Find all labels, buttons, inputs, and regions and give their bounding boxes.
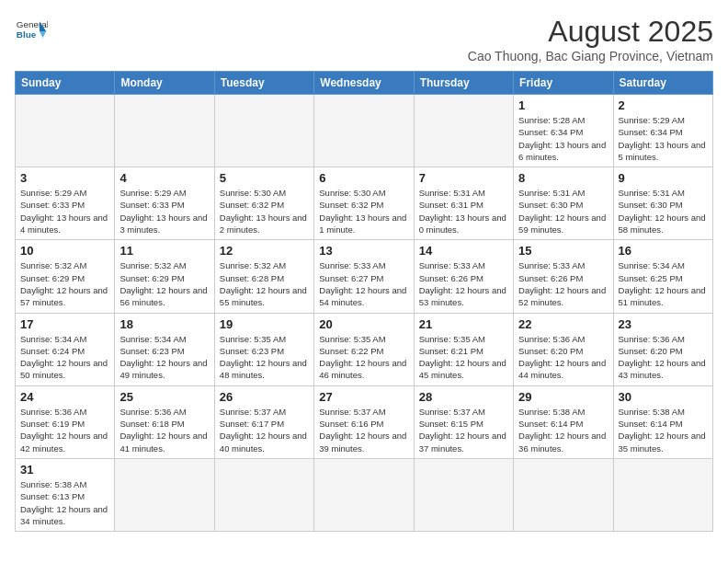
day-number: 2 <box>619 98 708 112</box>
day-number: 12 <box>220 244 309 258</box>
calendar-cell: 6Sunrise: 5:30 AM Sunset: 6:32 PM Daylig… <box>314 167 414 240</box>
calendar-week-1: 1Sunrise: 5:28 AM Sunset: 6:34 PM Daylig… <box>16 95 713 167</box>
calendar-cell: 26Sunrise: 5:37 AM Sunset: 6:17 PM Dayli… <box>214 385 313 458</box>
calendar-cell: 28Sunrise: 5:37 AM Sunset: 6:15 PM Dayli… <box>414 385 513 458</box>
day-info: Sunrise: 5:38 AM Sunset: 6:14 PM Dayligh… <box>518 406 608 454</box>
calendar-cell: 2Sunrise: 5:29 AM Sunset: 6:34 PM Daylig… <box>613 95 712 167</box>
day-info: Sunrise: 5:29 AM Sunset: 6:34 PM Dayligh… <box>619 114 708 163</box>
day-info: Sunrise: 5:34 AM Sunset: 6:24 PM Dayligh… <box>20 333 109 382</box>
calendar-cell: 18Sunrise: 5:34 AM Sunset: 6:23 PM Dayli… <box>115 313 214 385</box>
header-thursday: Thursday <box>414 72 513 95</box>
day-number: 4 <box>119 171 209 185</box>
calendar-cell <box>314 458 414 531</box>
day-info: Sunrise: 5:31 AM Sunset: 6:31 PM Dayligh… <box>419 187 508 236</box>
day-info: Sunrise: 5:38 AM Sunset: 6:13 PM Dayligh… <box>20 478 109 527</box>
calendar-cell: 25Sunrise: 5:36 AM Sunset: 6:18 PM Dayli… <box>115 385 214 458</box>
day-number: 14 <box>419 244 508 258</box>
day-info: Sunrise: 5:29 AM Sunset: 6:33 PM Dayligh… <box>119 187 209 236</box>
calendar-cell: 10Sunrise: 5:32 AM Sunset: 6:29 PM Dayli… <box>16 240 115 313</box>
header-saturday: Saturday <box>613 72 712 95</box>
day-info: Sunrise: 5:35 AM Sunset: 6:21 PM Dayligh… <box>419 333 508 382</box>
calendar-cell: 20Sunrise: 5:35 AM Sunset: 6:22 PM Dayli… <box>314 313 414 385</box>
calendar-cell: 15Sunrise: 5:33 AM Sunset: 6:26 PM Dayli… <box>514 240 613 313</box>
day-number: 16 <box>619 244 708 258</box>
day-info: Sunrise: 5:36 AM Sunset: 6:18 PM Dayligh… <box>119 406 209 454</box>
day-number: 19 <box>220 317 309 331</box>
day-info: Sunrise: 5:35 AM Sunset: 6:22 PM Dayligh… <box>319 333 408 382</box>
calendar-week-3: 10Sunrise: 5:32 AM Sunset: 6:29 PM Dayli… <box>16 240 713 313</box>
day-info: Sunrise: 5:38 AM Sunset: 6:14 PM Dayligh… <box>619 406 708 454</box>
day-info: Sunrise: 5:36 AM Sunset: 6:20 PM Dayligh… <box>518 333 608 382</box>
day-number: 25 <box>119 390 209 404</box>
day-info: Sunrise: 5:30 AM Sunset: 6:32 PM Dayligh… <box>319 187 408 236</box>
calendar-cell: 23Sunrise: 5:36 AM Sunset: 6:20 PM Dayli… <box>613 313 712 385</box>
calendar-cell: 4Sunrise: 5:29 AM Sunset: 6:33 PM Daylig… <box>115 167 214 240</box>
day-info: Sunrise: 5:32 AM Sunset: 6:29 PM Dayligh… <box>20 259 109 308</box>
day-info: Sunrise: 5:34 AM Sunset: 6:25 PM Dayligh… <box>619 259 708 308</box>
day-number: 11 <box>119 244 209 258</box>
calendar-cell <box>214 95 313 167</box>
calendar-cell: 3Sunrise: 5:29 AM Sunset: 6:33 PM Daylig… <box>16 167 115 240</box>
calendar-cell <box>514 458 613 531</box>
day-info: Sunrise: 5:37 AM Sunset: 6:15 PM Dayligh… <box>419 406 508 454</box>
calendar-cell: 9Sunrise: 5:31 AM Sunset: 6:30 PM Daylig… <box>613 167 712 240</box>
calendar-cell <box>314 95 414 167</box>
logo-icon: General Blue <box>15 15 48 48</box>
calendar-cell: 21Sunrise: 5:35 AM Sunset: 6:21 PM Dayli… <box>414 313 513 385</box>
calendar-header-row: SundayMondayTuesdayWednesdayThursdayFrid… <box>16 72 713 95</box>
day-info: Sunrise: 5:33 AM Sunset: 6:27 PM Dayligh… <box>319 259 408 308</box>
header-tuesday: Tuesday <box>214 72 313 95</box>
svg-marker-3 <box>40 31 46 38</box>
calendar-cell <box>414 458 513 531</box>
day-number: 26 <box>220 390 309 404</box>
day-number: 18 <box>119 317 209 331</box>
day-number: 24 <box>20 390 109 404</box>
header-sunday: Sunday <box>16 72 115 95</box>
calendar-cell <box>115 458 214 531</box>
day-number: 9 <box>619 171 708 185</box>
day-info: Sunrise: 5:28 AM Sunset: 6:34 PM Dayligh… <box>518 114 608 163</box>
day-number: 7 <box>419 171 508 185</box>
page-title: August 2025 <box>468 15 713 49</box>
calendar-cell: 12Sunrise: 5:32 AM Sunset: 6:28 PM Dayli… <box>214 240 313 313</box>
day-number: 13 <box>319 244 408 258</box>
day-number: 17 <box>20 317 109 331</box>
day-info: Sunrise: 5:32 AM Sunset: 6:29 PM Dayligh… <box>119 259 209 308</box>
calendar-cell <box>115 95 214 167</box>
day-number: 5 <box>220 171 309 185</box>
day-number: 20 <box>319 317 408 331</box>
day-info: Sunrise: 5:30 AM Sunset: 6:32 PM Dayligh… <box>220 187 309 236</box>
calendar-cell: 8Sunrise: 5:31 AM Sunset: 6:30 PM Daylig… <box>514 167 613 240</box>
day-number: 31 <box>20 463 109 477</box>
header-wednesday: Wednesday <box>314 72 414 95</box>
day-info: Sunrise: 5:33 AM Sunset: 6:26 PM Dayligh… <box>419 259 508 308</box>
calendar-cell <box>16 95 115 167</box>
day-number: 30 <box>619 390 708 404</box>
day-info: Sunrise: 5:36 AM Sunset: 6:19 PM Dayligh… <box>20 406 109 454</box>
calendar-cell: 27Sunrise: 5:37 AM Sunset: 6:16 PM Dayli… <box>314 385 414 458</box>
calendar-table: SundayMondayTuesdayWednesdayThursdayFrid… <box>15 71 713 532</box>
calendar-cell: 30Sunrise: 5:38 AM Sunset: 6:14 PM Dayli… <box>613 385 712 458</box>
calendar-cell: 17Sunrise: 5:34 AM Sunset: 6:24 PM Dayli… <box>16 313 115 385</box>
calendar-cell <box>214 458 313 531</box>
calendar-cell: 13Sunrise: 5:33 AM Sunset: 6:27 PM Dayli… <box>314 240 414 313</box>
day-number: 15 <box>518 244 608 258</box>
calendar-cell <box>613 458 712 531</box>
day-info: Sunrise: 5:34 AM Sunset: 6:23 PM Dayligh… <box>119 333 209 382</box>
calendar-cell: 11Sunrise: 5:32 AM Sunset: 6:29 PM Dayli… <box>115 240 214 313</box>
day-number: 22 <box>518 317 608 331</box>
day-number: 23 <box>619 317 708 331</box>
calendar-week-4: 17Sunrise: 5:34 AM Sunset: 6:24 PM Dayli… <box>16 313 713 385</box>
calendar-cell: 19Sunrise: 5:35 AM Sunset: 6:23 PM Dayli… <box>214 313 313 385</box>
day-number: 1 <box>518 98 608 112</box>
day-number: 6 <box>319 171 408 185</box>
day-info: Sunrise: 5:31 AM Sunset: 6:30 PM Dayligh… <box>619 187 708 236</box>
calendar-cell: 7Sunrise: 5:31 AM Sunset: 6:31 PM Daylig… <box>414 167 513 240</box>
day-number: 28 <box>419 390 508 404</box>
day-number: 10 <box>20 244 109 258</box>
title-block: August 2025 Cao Thuong, Bac Giang Provin… <box>468 15 713 63</box>
day-number: 8 <box>518 171 608 185</box>
day-number: 21 <box>419 317 508 331</box>
calendar-cell: 16Sunrise: 5:34 AM Sunset: 6:25 PM Dayli… <box>613 240 712 313</box>
day-info: Sunrise: 5:31 AM Sunset: 6:30 PM Dayligh… <box>518 187 608 236</box>
